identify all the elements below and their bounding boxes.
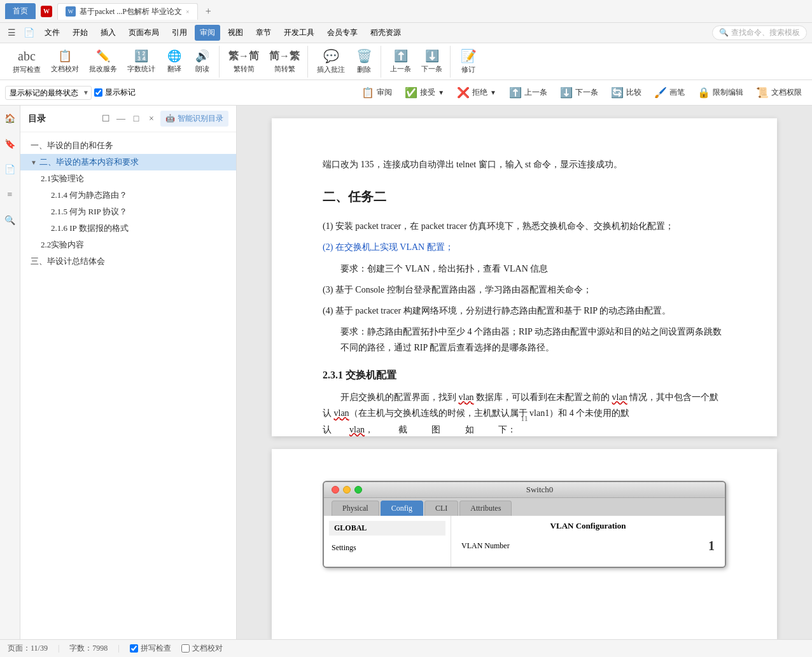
pt-global-label: GLOBAL <box>329 521 445 536</box>
next-track-button[interactable]: ⬇️ 下一条 <box>555 85 603 100</box>
delete-comment-button[interactable]: 🗑️ 删除 <box>351 47 377 76</box>
toc-item-4[interactable]: 2.1.5 何为 RIP 协议？ <box>20 204 236 220</box>
pt-body: GLOBAL Settings VLAN Configuration VLAN … <box>324 516 725 567</box>
menu-icon[interactable]: ☰ <box>5 26 18 39</box>
next-track-label: 下一条 <box>575 87 598 98</box>
menu-dev[interactable]: 开发工具 <box>279 25 319 41</box>
toc-item-3[interactable]: 2.1.4 何为静态路由？ <box>20 187 236 204</box>
toc-item-6[interactable]: 2.2实验内容 <box>20 237 236 253</box>
tab-close-button[interactable]: × <box>186 8 190 15</box>
read-aloud-button[interactable]: 🔊 朗读 <box>190 48 215 75</box>
show-final-select[interactable]: 显示标记的最终状态 <box>5 86 92 100</box>
toc-item-1[interactable]: ▼ 二、毕设的基本内容和要求 <box>20 154 236 170</box>
read-aloud-label: 朗读 <box>195 64 209 74</box>
toc-item-0[interactable]: 一、毕设的目的和任务 <box>20 137 236 154</box>
pt-controls <box>332 486 362 494</box>
prev-track-button[interactable]: ⬆️ 上一条 <box>504 85 552 100</box>
doc-verify-label: 文档校对 <box>51 64 79 74</box>
doc-area[interactable]: 端口改为 135，连接成功自动弹出 telnet 窗口，输入 st 命令，显示连… <box>237 106 812 639</box>
title-bar: 首页 W W 基于packet ...P包解析 毕业论文 × + <box>0 0 812 23</box>
left-icons: 🏠 🔖 📄 ≡ 🔍 <box>0 106 20 639</box>
accept-arrow: ▼ <box>438 89 444 96</box>
doc-verify-status-check[interactable] <box>181 644 190 653</box>
pt-tab-physical[interactable]: Physical <box>332 501 379 516</box>
bookmark-icon[interactable]: 🔖 <box>3 136 18 151</box>
pt-tab-cli[interactable]: CLI <box>424 501 458 516</box>
correction-button[interactable]: ✏️ 批改服务 <box>85 48 121 75</box>
review-button[interactable]: 📋 审阅 <box>356 85 397 100</box>
spell-check-status[interactable]: 拼写检查 <box>130 643 171 654</box>
correction-icon: ✏️ <box>96 49 110 63</box>
home-icon[interactable]: 🏠 <box>3 111 18 126</box>
pt-tabs: Physical Config CLI Attributes <box>324 498 725 516</box>
simp-to-trad-button[interactable]: 简→繁 简转繁 <box>265 48 304 75</box>
trad-to-simp-button[interactable]: 繁→简 繁转简 <box>225 48 263 75</box>
show-marks-check[interactable] <box>94 88 102 97</box>
toc-item-5[interactable]: 2.1.6 IP 数据报的格式 <box>20 220 236 237</box>
spell-check-status-check[interactable] <box>130 644 138 653</box>
menu-bar: ☰ 📄 文件 开始 插入 页面布局 引用 审阅 视图 章节 开发工具 会员专享 … <box>0 23 812 43</box>
toc-item-label-5: 2.1.6 IP 数据报的格式 <box>51 223 129 234</box>
prev-comment-button[interactable]: ⬆️ 上一条 <box>386 48 415 75</box>
rights-icon: 📜 <box>756 86 769 99</box>
pt-minimize-dot[interactable] <box>343 486 351 494</box>
sidebar-collapse-icon[interactable]: — <box>115 113 127 125</box>
home-tab[interactable]: 首页 <box>5 3 36 19</box>
pt-tab-attributes[interactable]: Attributes <box>459 501 512 516</box>
menu-file[interactable]: 文件 <box>39 25 65 41</box>
word-count-status: 字数：7998 <box>69 643 108 654</box>
show-final-dropdown[interactable]: 显示标记的最终状态 ▼ <box>5 86 92 100</box>
review-icon: 📋 <box>361 86 374 99</box>
menu-start[interactable]: 开始 <box>67 25 93 41</box>
menu-shell[interactable]: 稻壳资源 <box>365 25 406 41</box>
spell-check-icon: abc <box>18 49 36 64</box>
rights-button[interactable]: 📜 文档权限 <box>751 85 807 100</box>
menu-insert[interactable]: 插入 <box>95 25 121 41</box>
reject-button[interactable]: ❌ 拒绝 ▼ <box>452 85 501 100</box>
word-count-icon: 🔢 <box>134 49 148 63</box>
brush-button[interactable]: 🖌️ 画笔 <box>649 85 690 100</box>
insert-comment-button[interactable]: 💬 插入批注 <box>313 47 349 76</box>
sidebar-expand-icon[interactable]: □ <box>130 113 143 125</box>
history-icon[interactable]: 📄 <box>3 162 18 177</box>
toc-item-label-0: 一、毕设的目的和任务 <box>31 140 113 151</box>
next-track-icon: ⬇️ <box>560 86 573 99</box>
toolbar: abc 拼写检查 📋 文档校对 ✏️ 批改服务 🔢 字数统计 🌐 翻译 🔊 朗读… <box>0 43 812 80</box>
new-tab-button[interactable]: + <box>206 6 211 17</box>
pt-maximize-dot[interactable] <box>354 486 362 494</box>
search-bar[interactable]: 查找命令、搜索模板 <box>731 27 800 38</box>
translate-button[interactable]: 🌐 翻译 <box>162 48 187 75</box>
menu-reference[interactable]: 引用 <box>167 25 192 41</box>
pt-tab-config[interactable]: Config <box>381 501 423 516</box>
compare-button[interactable]: 🔄 比较 <box>606 85 647 100</box>
menu-layout[interactable]: 页面布局 <box>123 25 164 41</box>
menu-member[interactable]: 会员专享 <box>322 25 363 41</box>
sidebar-check-icon[interactable]: ☐ <box>99 113 112 125</box>
menu-chapter[interactable]: 章节 <box>251 25 276 41</box>
pt-settings-item[interactable]: Settings <box>329 541 445 555</box>
doc-tab[interactable]: W 基于packet ...P包解析 毕业论文 × <box>57 3 198 20</box>
smart-dir-button[interactable]: 🤖 智能识别目录 <box>160 111 228 127</box>
spell-check-button[interactable]: abc 拼写检查 <box>9 48 45 76</box>
show-marks-checkbox[interactable]: 显示标记 <box>94 87 136 98</box>
compare-label: 比较 <box>626 87 641 98</box>
search-left-icon[interactable]: 🔍 <box>3 212 18 228</box>
sidebar-close-icon[interactable]: × <box>145 113 158 125</box>
word-count-button[interactable]: 🔢 字数统计 <box>123 48 159 75</box>
toc-item-2[interactable]: 2.1实验理论 <box>20 170 236 187</box>
next-comment-button[interactable]: ⬇️ 下一条 <box>417 48 446 75</box>
accept-button[interactable]: ✅ 接受 ▼ <box>400 85 449 100</box>
restrict-button[interactable]: 🔒 限制编辑 <box>692 85 748 100</box>
menu-view[interactable]: 视图 <box>223 25 248 41</box>
track-changes-button[interactable]: 📝 修订 <box>456 47 481 76</box>
simp-to-trad-label: 简转繁 <box>274 64 295 74</box>
doc-verify-button[interactable]: 📋 文档校对 <box>47 48 83 75</box>
pt-close-dot[interactable] <box>332 486 339 494</box>
toc-item-7[interactable]: 三、毕设计总结体会 <box>20 253 236 270</box>
doc-verify-status[interactable]: 文档校对 <box>181 643 223 654</box>
menu-review[interactable]: 审阅 <box>195 25 220 41</box>
sidebar-controls: ☐ — □ × 🤖 智能识别目录 <box>99 111 228 127</box>
file-icon[interactable]: 📄 <box>21 26 37 39</box>
nav-icon[interactable]: ≡ <box>3 187 18 202</box>
delete-comment-icon: 🗑️ <box>356 48 372 64</box>
